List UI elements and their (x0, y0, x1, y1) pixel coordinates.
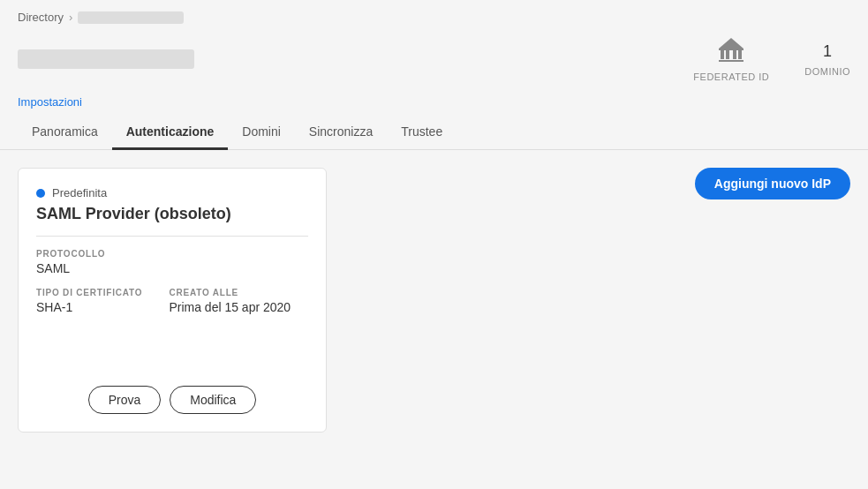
svg-marker-1 (719, 38, 743, 49)
page-wrapper: Directory › FEDERA (0, 0, 868, 489)
stat-dominio: 1 DOMINIO (804, 42, 850, 77)
svg-rect-4 (733, 50, 736, 59)
add-idp-button[interactable]: Aggiungi nuovo IdP (695, 168, 850, 199)
main-content: Predefinita SAML Provider (obsoleto) PRO… (0, 150, 868, 450)
default-label: Predefinita (52, 186, 107, 199)
card-fields-row: TIPO DI CERTIFICATO SHA-1 CREATO ALLE Pr… (36, 288, 308, 327)
card-field-protocollo: PROTOCOLLO SAML (36, 249, 308, 275)
modifica-button[interactable]: Modifica (170, 386, 256, 414)
protocollo-value: SAML (36, 261, 308, 275)
creato-value: Prima del 15 apr 2020 (169, 300, 291, 314)
default-dot (36, 189, 45, 198)
federated-id-label: FEDERATED ID (693, 71, 769, 82)
tab-sincronizza[interactable]: Sincronizza (295, 116, 387, 150)
add-idp-area: Aggiungi nuovo IdP (344, 168, 850, 199)
settings-link-bar: Impostazioni (0, 91, 868, 116)
page-title (18, 49, 194, 69)
svg-rect-6 (719, 60, 743, 62)
card-field-creato: CREATO ALLE Prima del 15 apr 2020 (169, 288, 291, 314)
breadcrumb-root[interactable]: Directory (18, 11, 64, 24)
prova-button[interactable]: Prova (88, 386, 162, 414)
dominio-value: 1 (823, 42, 832, 61)
tab-trustee[interactable]: Trustee (387, 116, 457, 150)
card-field-certificato: TIPO DI CERTIFICATO SHA-1 (36, 288, 142, 314)
breadcrumb-current (78, 11, 184, 24)
card-header: Predefinita (36, 186, 308, 199)
tab-autenticazione[interactable]: Autenticazione (112, 116, 229, 150)
certificato-value: SHA-1 (36, 300, 142, 314)
svg-rect-2 (721, 50, 724, 59)
svg-rect-3 (726, 50, 729, 59)
breadcrumb: Directory › (0, 0, 868, 29)
idp-card: Predefinita SAML Provider (obsoleto) PRO… (18, 168, 327, 433)
certificato-label: TIPO DI CERTIFICATO (36, 288, 142, 297)
title-row: FEDERATED ID 1 DOMINIO (0, 29, 868, 91)
stats-area: FEDERATED ID 1 DOMINIO (693, 36, 850, 82)
creato-label: CREATO ALLE (169, 288, 291, 297)
breadcrumb-separator: › (69, 11, 72, 24)
protocollo-label: PROTOCOLLO (36, 249, 308, 259)
stat-federated-id: FEDERATED ID (693, 36, 769, 82)
dominio-label: DOMINIO (804, 66, 850, 77)
settings-link[interactable]: Impostazioni (18, 95, 82, 109)
svg-rect-5 (738, 50, 742, 59)
tabs-bar: Panoramica Autenticazione Domini Sincron… (0, 116, 868, 150)
svg-rect-0 (719, 49, 743, 50)
card-actions: Prova Modifica (36, 386, 308, 414)
institution-icon (717, 36, 745, 68)
tab-panoramica[interactable]: Panoramica (18, 116, 112, 150)
card-title: SAML Provider (obsoleto) (36, 205, 308, 237)
tab-domini[interactable]: Domini (228, 116, 295, 150)
